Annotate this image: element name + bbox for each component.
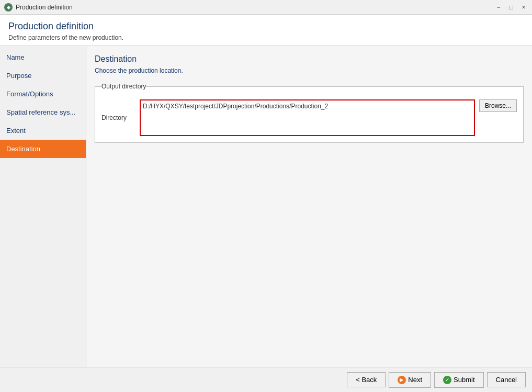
sidebar-item-extent[interactable]: Extent: [0, 121, 86, 140]
window-controls: − □ ×: [494, 3, 528, 12]
output-directory-section: Output directory Directory D:/HYX/QXSY/t…: [95, 83, 524, 143]
dialog-footer: < Back ▶ Next ✓ Submit Cancel: [0, 367, 532, 392]
directory-input-wrapper: D:/HYX/QXSY/testproject/JDPprojection/Pr…: [140, 99, 475, 136]
next-label: Next: [408, 376, 422, 384]
directory-row: Directory D:/HYX/QXSY/testproject/JDPpro…: [101, 99, 517, 136]
sidebar-item-spatial-reference[interactable]: Spatial reference sys...: [0, 103, 86, 121]
cancel-button[interactable]: Cancel: [487, 372, 526, 387]
submit-icon: ✓: [443, 376, 451, 384]
back-button[interactable]: < Back: [347, 372, 386, 387]
directory-input-inner: D:/HYX/QXSY/testproject/JDPprojection/Pr…: [141, 100, 474, 135]
minimize-button[interactable]: −: [494, 3, 503, 12]
sidebar-item-purpose[interactable]: Purpose: [0, 66, 86, 85]
dialog-content: Production definition Define parameters …: [0, 15, 532, 392]
dialog-subtitle: Define parameters of the new production.: [8, 34, 524, 41]
section-legend: Output directory: [101, 83, 146, 90]
sidebar-item-destination[interactable]: Destination: [0, 140, 86, 158]
directory-value: D:/HYX/QXSY/testproject/JDPprojection/Pr…: [143, 103, 472, 110]
sidebar-item-name[interactable]: Name: [0, 48, 86, 66]
dialog-body: Name Purpose Format/Options Spatial refe…: [0, 46, 532, 367]
next-button[interactable]: ▶ Next: [389, 372, 431, 388]
content-title: Destination: [95, 54, 524, 64]
sidebar: Name Purpose Format/Options Spatial refe…: [0, 46, 86, 367]
content-subtitle: Choose the production location.: [95, 67, 524, 74]
close-button[interactable]: ×: [519, 3, 528, 12]
next-icon: ▶: [398, 376, 406, 384]
browse-button[interactable]: Browse...: [479, 99, 517, 112]
dialog-title: Production definition: [8, 21, 524, 32]
title-bar-text: Production definition: [16, 4, 494, 11]
main-content-area: Destination Choose the production locati…: [86, 46, 532, 367]
sidebar-item-format-options[interactable]: Format/Options: [0, 85, 86, 103]
maximize-button[interactable]: □: [507, 3, 515, 12]
dialog-header: Production definition Define parameters …: [0, 15, 532, 46]
cancel-label: Cancel: [496, 376, 517, 384]
submit-label: Submit: [454, 376, 474, 384]
back-label: < Back: [356, 376, 377, 384]
directory-label: Directory: [101, 114, 135, 121]
title-bar: ◆ Production definition − □ ×: [0, 0, 532, 15]
submit-button[interactable]: ✓ Submit: [434, 372, 483, 388]
app-icon: ◆: [4, 3, 13, 12]
